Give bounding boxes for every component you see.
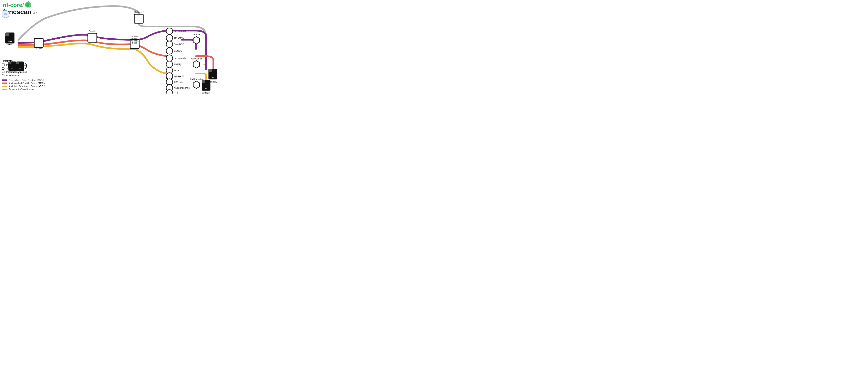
- seqkit-node: SeqKit: [88, 30, 97, 42]
- svg-text:→: →: [203, 63, 205, 66]
- deeparg-node: DeepARG: [166, 73, 184, 79]
- svg-text:ABRicate: ABRicate: [174, 81, 183, 83]
- svg-point-55: [166, 90, 173, 93]
- svg-marker-37: [193, 36, 199, 44]
- legend-tax-label: Taxonomic Classification: [9, 88, 33, 90]
- mmseqs2-node: MMseqs2: [134, 11, 144, 23]
- svg-text:DeepBGC: DeepBGC: [174, 43, 184, 46]
- legend-optional-label: Optional Input: [6, 74, 20, 77]
- legend: LEGEND Preprocessing Tools Screening Too…: [2, 60, 45, 91]
- svg-point-49: [166, 73, 173, 79]
- legend-square-icon: [2, 63, 4, 66]
- legend-tax: Taxonomic Classification: [2, 88, 45, 90]
- gecco-node: GECCO: [166, 48, 182, 54]
- svg-point-39: [166, 55, 173, 61]
- ampcombi-node: AMPcombi: [191, 57, 202, 68]
- svg-text:gunzip: gunzip: [36, 47, 42, 50]
- svg-text:hmmsearch: hmmsearch: [174, 57, 186, 59]
- svg-point-41: [166, 61, 173, 67]
- svg-marker-74: [2, 71, 4, 73]
- svg-point-33: [166, 41, 173, 48]
- combgc-node: comBGC: [192, 33, 201, 44]
- svg-text:AMPcombi: AMPcombi: [191, 57, 202, 60]
- svg-text:ampir: ampir: [174, 69, 180, 72]
- hamronization-node: hAMRonization: [189, 78, 204, 88]
- svg-rect-20: [88, 33, 97, 42]
- legend-amp-color: [2, 83, 7, 84]
- legend-arg: Antibiotic Resistance Genes (ARGs): [2, 85, 45, 87]
- svg-text:tsv: tsv: [205, 88, 207, 89]
- legend-preprocessing-label: Preprocessing Tools: [6, 64, 26, 66]
- legend-tax-color: [2, 89, 7, 90]
- legend-amp-label: Antimicrobial Peptide Genes (AMPs): [9, 82, 45, 84]
- svg-text:antiSMASH: antiSMASH: [174, 36, 186, 39]
- svg-text:RGI: RGI: [174, 92, 178, 93]
- svg-text:tsv: tsv: [212, 77, 214, 78]
- svg-text:GECCO: GECCO: [174, 50, 182, 52]
- svg-text:SeqKit: SeqKit: [89, 30, 96, 32]
- legend-screening: Screening Tools: [2, 67, 45, 70]
- legend-amp: Antimicrobial Peptide Genes (AMPs): [2, 82, 45, 84]
- svg-text:argNorm: argNorm: [202, 92, 210, 93]
- annotation-node: Prokka Prodigal Pyrodigal Bakta: [130, 35, 139, 49]
- hmmsearch-amp-node: hmmsearch: [166, 55, 186, 61]
- legend-optional: ( ) Optional Input: [2, 74, 45, 77]
- legend-bgc-color: [2, 80, 7, 81]
- hmmsearch-bgc-node: hmmsearch: [166, 28, 186, 34]
- svg-text:fasta: fasta: [7, 44, 12, 46]
- legend-hex-icon: [2, 70, 4, 73]
- svg-text:DeepARG: DeepARG: [174, 75, 184, 77]
- deepbgc-node: DeepBGC: [166, 41, 184, 48]
- svg-rect-22: [134, 14, 143, 23]
- amplify-node: AMPlify: [166, 61, 182, 67]
- svg-marker-3: [5, 33, 9, 36]
- svg-text:MMseqs2: MMseqs2: [134, 11, 144, 13]
- svg-rect-18: [34, 38, 43, 48]
- svg-text:→: →: [203, 82, 205, 84]
- legend-screening-label: Screening Tools: [6, 67, 22, 70]
- svg-marker-62: [209, 69, 212, 72]
- gunzip-node: gunzip: [34, 38, 43, 50]
- svg-text:→: →: [22, 41, 25, 44]
- svg-text:hmmsearch: hmmsearch: [174, 30, 186, 32]
- legend-title: LEGEND: [2, 60, 45, 63]
- fasta-node: fasta fasta: [5, 33, 14, 46]
- svg-text:AMPlify: AMPlify: [174, 63, 182, 65]
- legend-postprocessing-label: Postprocessing Tools: [6, 71, 27, 73]
- svg-text:→: →: [122, 43, 125, 47]
- svg-point-35: [166, 48, 173, 54]
- legend-circle-icon: [2, 67, 4, 70]
- legend-preprocessing: Preprocessing Tools: [2, 63, 45, 66]
- svg-text:Bakta: Bakta: [132, 42, 137, 44]
- legend-bgc: Biosynthetic Gene Clusters (BGCs): [2, 79, 45, 81]
- svg-point-29: [166, 28, 173, 34]
- legend-postprocessing: Postprocessing Tools: [2, 70, 45, 73]
- pipeline-diagram: FUNCSCAN nf-core/: [0, 0, 217, 93]
- svg-marker-59: [193, 81, 199, 88]
- svg-text:AMRFinderPlus: AMRFinderPlus: [174, 87, 190, 89]
- svg-text:comBGC: comBGC: [192, 33, 201, 36]
- svg-marker-47: [193, 61, 199, 68]
- svg-text:hAMRonization: hAMRonization: [189, 78, 204, 80]
- svg-point-31: [166, 34, 173, 41]
- svg-text:fasta: fasta: [8, 40, 12, 42]
- legend-bgc-label: Biosynthetic Gene Clusters (BGCs): [9, 79, 44, 81]
- legend-paren-icon: ( ): [2, 74, 4, 77]
- legend-arg-color: [2, 86, 7, 87]
- legend-arg-label: Antibiotic Resistance Genes (ARGs): [9, 85, 45, 87]
